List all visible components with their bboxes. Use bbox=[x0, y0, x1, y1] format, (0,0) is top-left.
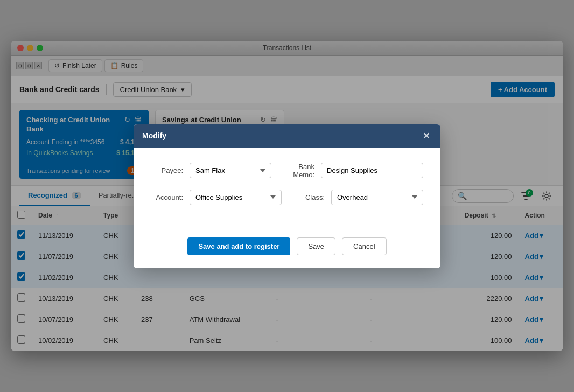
save-register-button[interactable]: Save and add to register bbox=[187, 237, 290, 255]
class-select[interactable]: Overhead bbox=[331, 190, 423, 205]
payee-field: Payee: Sam Flax bbox=[151, 163, 271, 178]
class-label: Class: bbox=[292, 193, 325, 201]
modify-modal: Modify ✕ Payee: Sam Flax Bank Memo: Acco… bbox=[134, 124, 440, 268]
modal-body: Payee: Sam Flax Bank Memo: Account: Offi… bbox=[134, 148, 440, 231]
bank-memo-label: Bank Memo: bbox=[282, 163, 314, 179]
payee-select[interactable]: Sam Flax bbox=[190, 163, 271, 178]
save-button[interactable]: Save bbox=[297, 237, 335, 255]
account-label: Account: bbox=[151, 193, 183, 201]
account-select[interactable]: Office Supplies bbox=[190, 190, 282, 205]
payee-label: Payee: bbox=[151, 166, 183, 174]
modal-row-1: Payee: Sam Flax Bank Memo: bbox=[151, 163, 423, 179]
class-field: Class: Overhead bbox=[292, 190, 423, 205]
bank-memo-field: Bank Memo: bbox=[282, 163, 423, 179]
modal-row-2: Account: Office Supplies Class: Overhead bbox=[151, 190, 423, 205]
cancel-button[interactable]: Cancel bbox=[342, 237, 386, 255]
modal-header: Modify ✕ bbox=[134, 124, 440, 148]
account-field: Account: Office Supplies bbox=[151, 190, 282, 205]
modal-close-button[interactable]: ✕ bbox=[421, 131, 432, 141]
modal-title: Modify bbox=[142, 131, 166, 140]
bank-memo-input[interactable] bbox=[321, 163, 423, 178]
modal-overlay: Modify ✕ Payee: Sam Flax Bank Memo: Acco… bbox=[0, 0, 574, 392]
modal-footer: Save and add to register Save Cancel bbox=[134, 231, 440, 268]
